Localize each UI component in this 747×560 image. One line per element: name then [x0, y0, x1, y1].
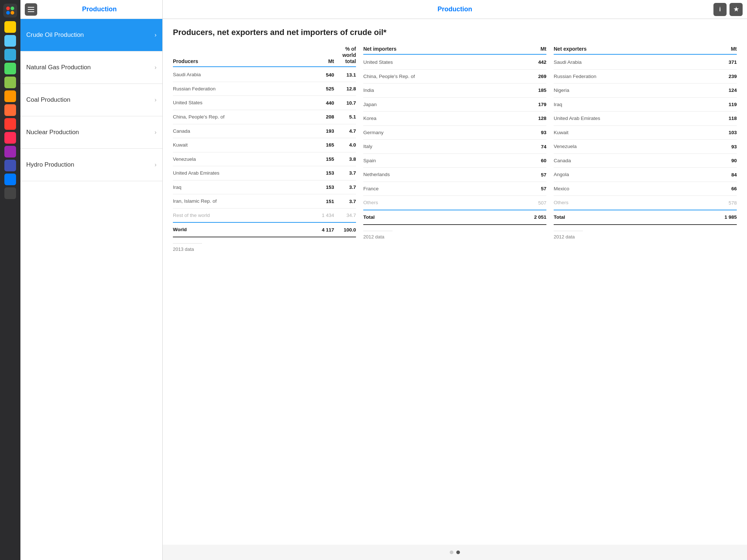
producers-header: Producers Mt % ofworldtotal — [173, 46, 356, 67]
table-row: Russian Federation 525 12.8 — [173, 82, 356, 96]
tables-row: Producers Mt % ofworldtotal Saudi Arabia… — [173, 46, 737, 252]
cell-name: United Arab Emirates — [173, 170, 312, 176]
chevron-right-icon: › — [155, 32, 156, 38]
exporters-col-name: Net exporters — [554, 46, 715, 52]
importers-others-mt: 507 — [525, 200, 546, 206]
color-dot-indigo[interactable] — [4, 160, 16, 171]
producers-total-row: World 4 117 100.0 — [173, 223, 356, 237]
importers-rows: United States 442 China, People's Rep. o… — [363, 55, 546, 196]
cell-name: Venezuela — [554, 143, 715, 150]
exporters-note: 2012 data — [554, 231, 583, 240]
importers-others-name: Others — [363, 199, 525, 206]
sidebar-item-crude-oil[interactable]: Crude Oil Production › — [20, 19, 162, 51]
cell-name: Angola — [554, 171, 715, 178]
sidebar: Production Crude Oil Production › Natura… — [20, 0, 163, 560]
info-button[interactable]: i — [713, 3, 727, 16]
producers-col-mt: Mt — [312, 58, 334, 64]
producers-table: Producers Mt % ofworldtotal Saudi Arabia… — [173, 46, 356, 252]
table-row: Angola 84 — [554, 168, 737, 182]
producers-note: 2013 data — [173, 243, 202, 252]
table-row: Italy 74 — [363, 140, 546, 154]
cell-name: Germany — [363, 129, 525, 136]
cell-mt: 74 — [525, 144, 546, 149]
cell-name: Canada — [554, 158, 715, 164]
cell-name: Iran, Islamic Rep. of — [173, 198, 312, 205]
cell-name: India — [363, 87, 525, 94]
table-row: Iran, Islamic Rep. of 151 3.7 — [173, 194, 356, 209]
color-dot-yellow[interactable] — [4, 21, 16, 33]
producers-total-pct: 100.0 — [334, 227, 356, 233]
svg-point-2 — [6, 11, 10, 15]
cell-pct: 3.8 — [334, 156, 356, 162]
importers-header: Net importers Mt — [363, 46, 546, 55]
pagination-dot-1[interactable] — [450, 551, 453, 554]
menu-button[interactable] — [25, 3, 37, 16]
chevron-right-icon: › — [155, 162, 156, 168]
cell-mt: 208 — [312, 114, 334, 120]
table-row: Germany 93 — [363, 126, 546, 140]
table-row: United States 442 — [363, 55, 546, 70]
table-row: Spain 60 — [363, 154, 546, 168]
content-area: Producers, net exporters and net importe… — [163, 19, 747, 545]
color-dot-orange[interactable] — [4, 90, 16, 102]
cell-mt: 151 — [312, 199, 334, 204]
table-row: Korea 128 — [363, 112, 546, 126]
sidebar-item-hydro[interactable]: Hydro Production › — [20, 149, 162, 181]
sidebar-item-natural-gas[interactable]: Natural Gas Production › — [20, 51, 162, 84]
color-dot-lime[interactable] — [4, 77, 16, 88]
cell-mt: 57 — [525, 172, 546, 178]
color-dot-darkorange[interactable] — [4, 104, 16, 116]
table-row: Mexico 66 — [554, 182, 737, 196]
cell-mt: 60 — [525, 158, 546, 163]
importers-col-mt: Mt — [525, 46, 546, 52]
color-dot-dark[interactable] — [4, 187, 16, 199]
star-button[interactable]: ★ — [729, 3, 743, 16]
pagination-dot-2[interactable] — [456, 551, 460, 554]
color-dot-blue[interactable] — [4, 49, 16, 61]
color-dot-cobalt[interactable] — [4, 174, 16, 185]
cell-mt: 119 — [715, 102, 737, 107]
cell-name: Saudi Arabia — [554, 59, 715, 66]
exporters-total-mt: 1 985 — [715, 214, 737, 220]
cell-pct: 4.0 — [334, 142, 356, 148]
cell-name: United States — [363, 59, 525, 66]
svg-point-1 — [11, 7, 14, 10]
table-row: China, People's Rep. of 208 5.1 — [173, 110, 356, 124]
color-dot-green[interactable] — [4, 63, 16, 74]
cell-mt: 153 — [312, 170, 334, 176]
cell-name: France — [363, 186, 525, 192]
importers-total-name: Total — [363, 214, 525, 221]
cell-name: United States — [173, 100, 312, 106]
cell-mt: 84 — [715, 172, 737, 178]
app-icon[interactable] — [3, 4, 17, 18]
table-row: Canada 193 4.7 — [173, 124, 356, 139]
cell-name: Japan — [363, 101, 525, 108]
color-dot-lightblue[interactable] — [4, 35, 16, 47]
color-dot-purple[interactable] — [4, 146, 16, 158]
cell-mt: 103 — [715, 130, 737, 135]
cell-pct: 13.1 — [334, 72, 356, 78]
cell-mt: 239 — [715, 74, 737, 79]
cell-mt: 93 — [525, 130, 546, 135]
sidebar-item-nuclear[interactable]: Nuclear Production › — [20, 116, 162, 149]
cell-name: Kuwait — [173, 142, 312, 148]
table-row: Iraq 119 — [554, 98, 737, 112]
producers-col-name: Producers — [173, 58, 312, 64]
pagination — [163, 545, 747, 560]
importers-others-row: Others 507 — [363, 196, 546, 210]
cell-pct: 3.7 — [334, 170, 356, 176]
cell-name: China, People's Rep. of — [173, 114, 312, 120]
exporters-total-name: Total — [554, 214, 715, 221]
color-dot-pink[interactable] — [4, 132, 16, 144]
producers-col-pct: % ofworldtotal — [334, 46, 356, 64]
exporters-others-row: Others 578 — [554, 196, 737, 210]
cell-name: Venezuela — [173, 156, 312, 163]
sidebar-item-coal[interactable]: Coal Production › — [20, 84, 162, 116]
cell-mt: 57 — [525, 186, 546, 191]
chevron-right-icon: › — [155, 129, 156, 136]
net-exporters-table: Net exporters Mt Saudi Arabia 371 Russia… — [554, 46, 737, 240]
table-row: Saudi Arabia 371 — [554, 55, 737, 70]
cell-mt: 540 — [312, 72, 334, 78]
table-row: Venezuela 93 — [554, 140, 737, 154]
color-dot-red[interactable] — [4, 118, 16, 130]
